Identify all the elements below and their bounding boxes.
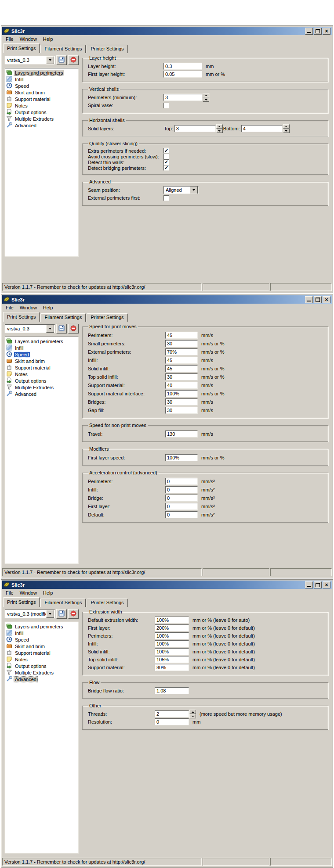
checkbox[interactable]: ✓ [163, 159, 169, 165]
tab-printer-settings[interactable]: Printer Settings [87, 313, 127, 322]
sidebar-item-multiple-extruders[interactable]: Multiple Extruders [6, 669, 78, 676]
text-field[interactable] [155, 632, 189, 639]
delete-preset-button[interactable] [68, 55, 79, 65]
dropdown-arrow-button[interactable] [46, 610, 54, 618]
delete-preset-button[interactable] [68, 609, 79, 619]
sidebar-item-notes[interactable]: Notes [6, 102, 78, 109]
sidebar-item-layers-and-perimeters[interactable]: Layers and perimeters [6, 338, 78, 344]
text-field[interactable] [155, 718, 189, 725]
text-field[interactable] [165, 511, 198, 518]
spinner[interactable] [283, 124, 290, 133]
close-button[interactable]: × [323, 581, 330, 588]
delete-preset-button[interactable] [68, 324, 79, 334]
sidebar-item-notes[interactable]: Notes [6, 656, 78, 663]
text-field[interactable] [155, 687, 189, 694]
checkbox[interactable] [163, 103, 169, 108]
sidebar-item-skirt-and-brim[interactable]: Skirt and brim [6, 643, 78, 649]
text-field[interactable] [165, 373, 198, 380]
titlebar[interactable]: Slic3r× [2, 295, 332, 304]
sidebar-item-output-options[interactable]: Output options [6, 663, 78, 669]
spinner[interactable] [189, 710, 196, 718]
dropdown-arrow-button[interactable] [46, 56, 54, 64]
text-field[interactable] [155, 656, 189, 663]
menu-window[interactable]: Window [17, 304, 40, 312]
menu-file[interactable]: File [3, 304, 17, 312]
text-field[interactable] [165, 340, 198, 347]
spin-up-button[interactable] [216, 124, 223, 129]
text-field[interactable] [155, 648, 189, 655]
menu-file[interactable]: File [3, 36, 17, 43]
titlebar[interactable]: Slic3r× [2, 27, 332, 35]
tab-filament-settings[interactable]: Filament Settings [40, 45, 86, 53]
text-field[interactable] [165, 390, 198, 397]
tab-filament-settings[interactable]: Filament Settings [40, 313, 86, 322]
dropdown-select[interactable]: Aligned [163, 186, 199, 194]
spin-field[interactable] [155, 710, 189, 717]
spin-down-button[interactable] [283, 129, 290, 133]
text-field[interactable] [165, 332, 198, 339]
sidebar-item-output-options[interactable]: Output options [6, 377, 78, 384]
dropdown-arrow-button[interactable] [46, 325, 54, 333]
sidebar-item-advanced[interactable]: Advanced [6, 122, 78, 129]
menu-window[interactable]: Window [17, 36, 40, 43]
text-field[interactable] [155, 617, 189, 624]
text-field[interactable] [155, 624, 189, 631]
text-field[interactable] [165, 365, 198, 372]
maximize-button[interactable] [314, 296, 322, 303]
text-field[interactable] [165, 503, 198, 510]
tab-print-settings[interactable]: Print Settings [3, 312, 40, 322]
minimize-button[interactable] [305, 28, 313, 35]
sidebar-item-skirt-and-brim[interactable]: Skirt and brim [6, 358, 78, 364]
preset-select[interactable]: vrstva_0.3 [5, 56, 55, 65]
spin-down-button[interactable] [216, 129, 223, 133]
text-field[interactable] [155, 640, 189, 647]
checkbox[interactable]: ✓ [163, 165, 169, 171]
preset-select[interactable]: vrstva_0.3 (modified) [5, 610, 55, 618]
preset-select[interactable]: vrstva_0.3 [5, 324, 55, 333]
tab-printer-settings[interactable]: Printer Settings [87, 599, 127, 607]
checkbox[interactable] [163, 154, 169, 159]
sidebar-item-skirt-and-brim[interactable]: Skirt and brim [6, 89, 78, 96]
menu-help[interactable]: Help [40, 36, 57, 43]
sidebar-item-multiple-extruders[interactable]: Multiple Extruders [6, 115, 78, 122]
sidebar-item-advanced[interactable]: Advanced [6, 391, 78, 397]
sidebar-item-support-material[interactable]: Support material [6, 96, 78, 102]
menu-window[interactable]: Window [17, 589, 40, 597]
tab-print-settings[interactable]: Print Settings [3, 597, 40, 607]
checkbox[interactable]: ✓ [163, 148, 169, 154]
sidebar-item-infill[interactable]: Infill [6, 630, 78, 636]
spin-field[interactable] [163, 94, 202, 101]
text-field[interactable] [163, 63, 202, 70]
spin-up-button[interactable] [189, 710, 196, 714]
dropdown-arrow-button[interactable] [190, 186, 198, 194]
checkbox[interactable] [163, 195, 169, 201]
menu-help[interactable]: Help [40, 589, 57, 597]
maximize-button[interactable] [314, 581, 322, 588]
sidebar-item-output-options[interactable]: Output options [6, 109, 78, 115]
spin-down-button[interactable] [189, 714, 196, 718]
sidebar-item-speed[interactable]: Speed [6, 351, 78, 358]
tab-print-settings[interactable]: Print Settings [3, 43, 40, 53]
sidebar-item-advanced[interactable]: Advanced [6, 676, 78, 682]
text-field[interactable] [165, 454, 198, 461]
sidebar-item-speed[interactable]: Speed [6, 636, 78, 643]
save-preset-button[interactable] [56, 324, 67, 334]
spin-down-button[interactable] [203, 97, 209, 102]
sidebar-item-support-material[interactable]: Support material [6, 364, 78, 371]
text-field[interactable] [165, 478, 198, 485]
close-button[interactable]: × [323, 296, 330, 303]
minimize-button[interactable] [305, 581, 313, 588]
minimize-button[interactable] [305, 296, 313, 303]
text-field[interactable] [163, 71, 202, 78]
spin-field[interactable] [241, 125, 283, 132]
text-field[interactable] [165, 357, 198, 364]
text-field[interactable] [155, 664, 189, 671]
menu-help[interactable]: Help [40, 304, 57, 312]
spin-up-button[interactable] [203, 93, 209, 97]
text-field[interactable] [165, 398, 198, 405]
spinner[interactable] [203, 93, 209, 102]
sidebar-item-infill[interactable]: Infill [6, 344, 78, 351]
text-field[interactable] [165, 382, 198, 389]
close-button[interactable]: × [323, 28, 330, 35]
text-field[interactable] [165, 495, 198, 502]
